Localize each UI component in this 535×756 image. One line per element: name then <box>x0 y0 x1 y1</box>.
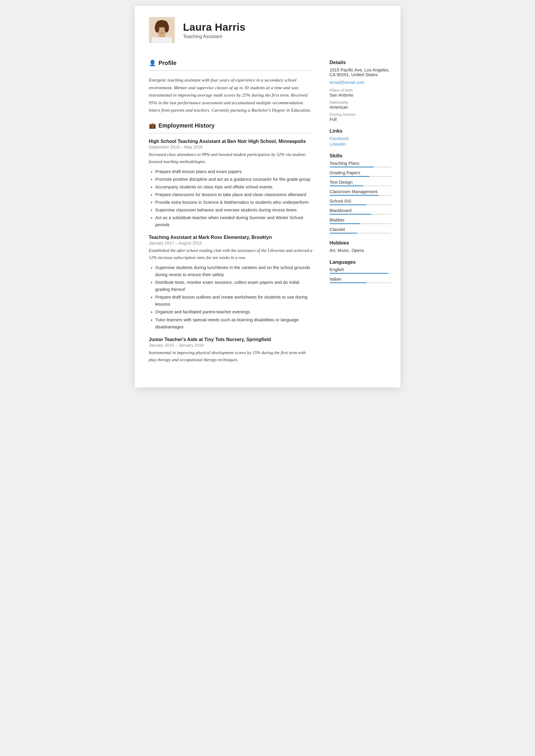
body-columns: 👤 Profile Energetic teaching assistant w… <box>135 51 401 388</box>
languages-heading: Languages <box>330 259 391 265</box>
lang-name: English <box>330 267 391 272</box>
hobbies-section: Hobbies Art, Music, Opera <box>330 240 391 253</box>
skill-bar-bg <box>330 223 391 224</box>
skill-name: Classroom Management <box>330 189 391 194</box>
language-item-0: English <box>330 267 391 274</box>
job-dates-3: January 2015 – January 2016 <box>149 343 313 348</box>
employment-heading: 💼 Employment History <box>149 122 313 129</box>
skill-bar-bg <box>330 214 391 215</box>
job-dates-2: January 2017 – August 2018 <box>149 241 313 245</box>
lang-name: Italian <box>330 277 391 282</box>
avatar <box>149 17 175 43</box>
details-section: Details 1515 Pacific Ave, Los Angeles, C… <box>330 60 391 122</box>
list-item: Supervise classroom behavior and oversee… <box>155 206 313 213</box>
skills-heading: Skills <box>330 153 391 159</box>
list-item: Organize and facilitated parent-teacher … <box>155 308 313 315</box>
job-summary-1: Increased class attendance to 99% and bo… <box>149 151 313 165</box>
list-item: Accompany students on class trips and of… <box>155 183 313 190</box>
profile-divider <box>149 70 313 71</box>
header: Laura Harris Teaching Assistant <box>135 6 401 51</box>
main-column: 👤 Profile Energetic teaching assistant w… <box>135 51 324 378</box>
languages-section: Languages English Italian <box>330 259 391 283</box>
skill-bar-fill <box>330 176 370 177</box>
svg-point-7 <box>164 23 169 33</box>
skill-item-6: Blabber <box>330 218 391 224</box>
job-title-3: Junior Teacher's Aide at Tiny Tots Nurse… <box>149 337 313 342</box>
header-info: Laura Harris Teaching Assistant <box>183 21 246 39</box>
hobbies-text: Art, Music, Opera <box>330 248 391 253</box>
list-item: Prepare draft lesson outlines and create… <box>155 293 313 308</box>
skill-name: Blackboard <box>330 208 391 213</box>
language-item-1: Italian <box>330 277 391 283</box>
nationality-value: American <box>330 105 391 110</box>
profile-text: Energetic teaching assistant with four y… <box>149 76 313 114</box>
skill-item-4: School SIS <box>330 199 391 205</box>
lang-bar-bg <box>330 282 391 283</box>
svg-rect-3 <box>152 37 172 43</box>
job-title-2: Teaching Assistant at Mark Ross Elementa… <box>149 235 313 240</box>
skill-name: Blabber <box>330 218 391 222</box>
email-link[interactable]: email@email.com <box>330 80 365 85</box>
skills-section: Skills Teaching Plans Grading Papers Tes… <box>330 153 391 233</box>
list-item: Supervise students during lunchtimes in … <box>155 264 313 278</box>
employment-divider <box>149 133 313 133</box>
links-section: Links Facebook Linkedin <box>330 128 391 147</box>
job-bullets-2: Supervise students during lunchtimes in … <box>149 264 313 331</box>
nationality-label: Nationality <box>330 100 391 104</box>
skill-bar-bg <box>330 176 391 177</box>
details-heading: Details <box>330 60 391 66</box>
skill-bar-fill <box>330 204 367 205</box>
skill-bar-fill <box>330 233 357 233</box>
job-block-3: Junior Teacher's Aide at Tiny Tots Nurse… <box>149 337 313 364</box>
svg-point-10 <box>159 28 160 29</box>
skill-bar-fill <box>330 195 379 196</box>
hobbies-heading: Hobbies <box>330 240 391 246</box>
header-name: Laura Harris <box>183 21 246 33</box>
job-dates-1: September 2018 – May 2019 <box>149 145 313 149</box>
profile-heading: 👤 Profile <box>149 60 313 67</box>
skill-bar-bg <box>330 233 391 233</box>
lang-bar-fill <box>330 273 388 274</box>
address-value: 1515 Pacific Ave, Los Angeles, CA 90291,… <box>330 68 391 77</box>
skill-item-7: Classkit <box>330 227 391 233</box>
skill-item-1: Grading Papers <box>330 170 391 177</box>
skill-item-0: Teaching Plans <box>330 161 391 168</box>
lang-bar-bg <box>330 273 391 274</box>
employment-icon: 💼 <box>149 122 156 129</box>
place-of-birth-label: Place of birth <box>330 88 391 93</box>
skill-name: Test Design <box>330 180 391 185</box>
linkedin-link[interactable]: Linkedin <box>330 142 391 147</box>
list-item: Provide extra lessons in Science & Mathe… <box>155 199 313 206</box>
facebook-link[interactable]: Facebook <box>330 136 391 141</box>
list-item: Prepare classrooms for lessons to take p… <box>155 191 313 198</box>
languages-list: English Italian <box>330 267 391 283</box>
svg-point-11 <box>163 28 164 29</box>
skill-name: School SIS <box>330 199 391 203</box>
job-bullets-1: Prepare draft lesson plans and exam pape… <box>149 168 313 229</box>
resume-container: Laura Harris Teaching Assistant 👤 Profil… <box>135 6 401 388</box>
sidebar-column: Details 1515 Pacific Ave, Los Angeles, C… <box>324 51 401 378</box>
header-title: Teaching Assistant <box>183 34 246 39</box>
job-block-2: Teaching Assistant at Mark Ross Elementa… <box>149 235 313 330</box>
skill-bar-fill <box>330 214 371 215</box>
job-block-1: High School Teaching Assistant at Ben No… <box>149 139 313 228</box>
place-of-birth-value: San Antonio <box>330 93 391 97</box>
skill-bar-bg <box>330 167 391 168</box>
job-summary-3: Instrumental in improving physical devel… <box>149 349 313 364</box>
lang-bar-fill <box>330 282 367 283</box>
list-item: Tutor learners with special needs such a… <box>155 316 313 331</box>
list-item: Distribute tests, monitor exam sessions,… <box>155 279 313 293</box>
skill-item-2: Test Design <box>330 180 391 186</box>
skill-name: Classkit <box>330 227 391 232</box>
skill-item-5: Blackboard <box>330 208 391 215</box>
profile-section: 👤 Profile Energetic teaching assistant w… <box>149 60 313 114</box>
skill-bar-bg <box>330 195 391 196</box>
list-item: Promote positive discipline and act as a… <box>155 176 313 183</box>
skill-item-3: Classroom Management <box>330 189 391 196</box>
skill-bar-fill <box>330 223 360 224</box>
driving-license-value: Full <box>330 117 391 122</box>
skill-name: Teaching Plans <box>330 161 391 166</box>
job-title-1: High School Teaching Assistant at Ben No… <box>149 139 313 144</box>
skill-bar-fill <box>330 167 374 168</box>
list-item: Prepare draft lesson plans and exam pape… <box>155 168 313 175</box>
